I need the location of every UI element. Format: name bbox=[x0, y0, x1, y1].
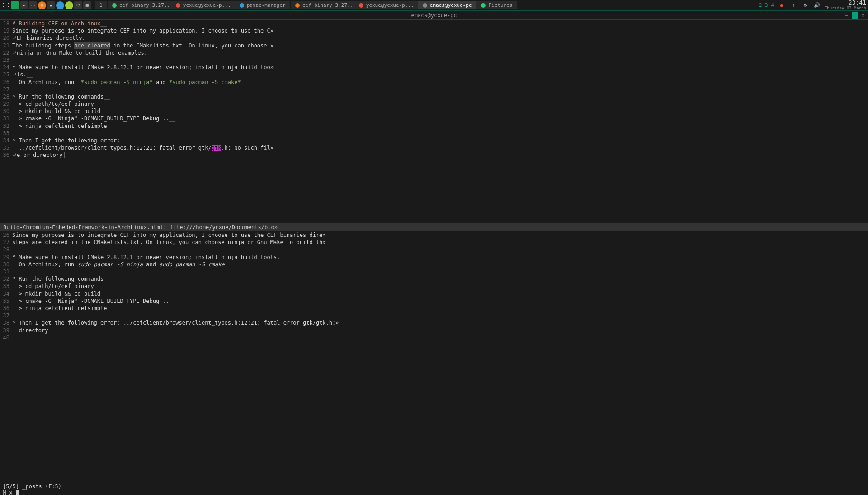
emacs-frame: .. (up a dir) /home/ycxue/Documents/ ▾🗀b… bbox=[0, 20, 868, 482]
app-dot-icon bbox=[295, 3, 300, 8]
pane-top-left[interactable]: 18 19 20 21 22 23 24 25 26 27 28 29 30 3… bbox=[0, 20, 868, 223]
task-tab[interactable]: ycxue@ycxue-p... bbox=[354, 1, 418, 9]
minibuffer-status: [5/5] _posts (F:5) bbox=[3, 483, 865, 490]
files-icon[interactable]: ▭ bbox=[29, 1, 37, 9]
task-tab[interactable]: cef_binary_3.27... bbox=[291, 1, 354, 9]
task-tab-label: Pictures bbox=[488, 2, 512, 8]
pane-bl-statusline: Build-Chromium-Embeded-Framwork-in-ArchL… bbox=[0, 223, 868, 231]
app-icon-2[interactable]: ✕ bbox=[38, 1, 46, 9]
app-icon-4[interactable] bbox=[65, 1, 73, 9]
app-dot-icon bbox=[481, 3, 486, 8]
taskbar-windows: 1cef_binary_3.27...ycxue@ycxue-p...pamac… bbox=[95, 1, 517, 9]
editor-column: 18 19 20 21 22 23 24 25 26 27 28 29 30 3… bbox=[0, 20, 868, 482]
taskbar-launchers: ⋮⋮ ▸ ▭ ✕ ▪ ⟳ ▦ bbox=[2, 1, 91, 9]
buffer-path: Build-Chromium-Embeded-Framwork-in-ArchL… bbox=[3, 224, 278, 231]
task-tab-label: ycxue@ycxue-p... bbox=[183, 2, 231, 8]
gutter: 26 27 28 29 30 31 32 33 34 35 36 37 38 3… bbox=[0, 231, 12, 482]
task-tab[interactable]: pamac-manager bbox=[235, 1, 290, 9]
clock-time: 23:41 bbox=[825, 0, 866, 6]
app-icon-3[interactable]: ▪ bbox=[47, 1, 55, 9]
task-tab-label: 1 bbox=[99, 2, 103, 8]
tray-volume-icon[interactable]: 🔊 bbox=[813, 1, 821, 9]
gutter: 18 19 20 21 22 23 24 25 26 27 28 29 30 3… bbox=[0, 20, 12, 223]
task-tab[interactable]: Pictures bbox=[476, 1, 517, 9]
task-tab[interactable]: cef_binary_3.27... bbox=[108, 1, 171, 9]
task-tab-label: cef_binary_3.27... bbox=[119, 2, 171, 8]
code-content[interactable]: # Building CEF on ArchLinux__ Since my p… bbox=[12, 20, 868, 223]
taskbar-tray: 2 3 4 ● ↑ ⚙ 🔊 23:41 Thursday 02 March bbox=[759, 0, 866, 11]
minibuffer[interactable]: [5/5] _posts (F:5) M-x bbox=[0, 482, 868, 495]
minibuffer-prompt: M-x bbox=[3, 490, 16, 495]
terminal-icon[interactable] bbox=[11, 1, 19, 9]
app-icon-1[interactable]: ▸ bbox=[20, 1, 28, 9]
app-dot-icon bbox=[176, 3, 180, 8]
cursor bbox=[16, 490, 19, 495]
system-taskbar: ⋮⋮ ▸ ▭ ✕ ▪ ⟳ ▦ 1cef_binary_3.27...ycxue@… bbox=[0, 0, 868, 11]
task-tab[interactable]: 1 bbox=[95, 1, 107, 9]
task-tab-label: pamac-manager bbox=[247, 2, 286, 8]
app-dot-icon bbox=[112, 3, 117, 8]
workspace-indicator[interactable]: 2 3 4 bbox=[759, 2, 774, 8]
maximize-button[interactable]: ▢ bbox=[852, 12, 858, 19]
pane-bottom-left[interactable]: 26 27 28 29 30 31 32 33 34 35 36 37 38 3… bbox=[0, 231, 868, 482]
task-tab-label: ycxue@ycxue-p... bbox=[366, 2, 414, 8]
app-icon-6[interactable]: ▦ bbox=[83, 1, 91, 9]
tray-icon-1[interactable]: ● bbox=[778, 1, 786, 9]
clock-date: Thursday 02 March bbox=[825, 6, 866, 11]
menu-icon[interactable]: ⋮⋮ bbox=[2, 1, 10, 9]
task-tab-label: cef_binary_3.27... bbox=[302, 2, 354, 8]
tray-settings-icon[interactable]: ⚙ bbox=[801, 1, 809, 9]
code-content[interactable]: Since my purpose is to integrate CEF int… bbox=[12, 231, 868, 482]
clock[interactable]: 23:41 Thursday 02 March bbox=[825, 0, 866, 11]
window-titlebar: emacs@ycxue-pc — ▢ ✕ bbox=[0, 11, 868, 20]
task-tab-label: emacs@ycxue-pc bbox=[430, 2, 472, 8]
window-title: emacs@ycxue-pc bbox=[411, 12, 457, 19]
app-dot-icon bbox=[359, 3, 363, 8]
chromium-icon[interactable] bbox=[56, 1, 64, 9]
task-tab[interactable]: ycxue@ycxue-p... bbox=[171, 1, 235, 9]
app-icon-5[interactable]: ⟳ bbox=[74, 1, 82, 9]
tray-icon-2[interactable]: ↑ bbox=[789, 1, 797, 9]
minimize-button[interactable]: — bbox=[844, 12, 850, 19]
app-dot-icon bbox=[240, 3, 244, 8]
task-tab[interactable]: emacs@ycxue-pc bbox=[418, 1, 476, 9]
close-button[interactable]: ✕ bbox=[860, 12, 866, 19]
app-dot-icon bbox=[423, 3, 427, 8]
